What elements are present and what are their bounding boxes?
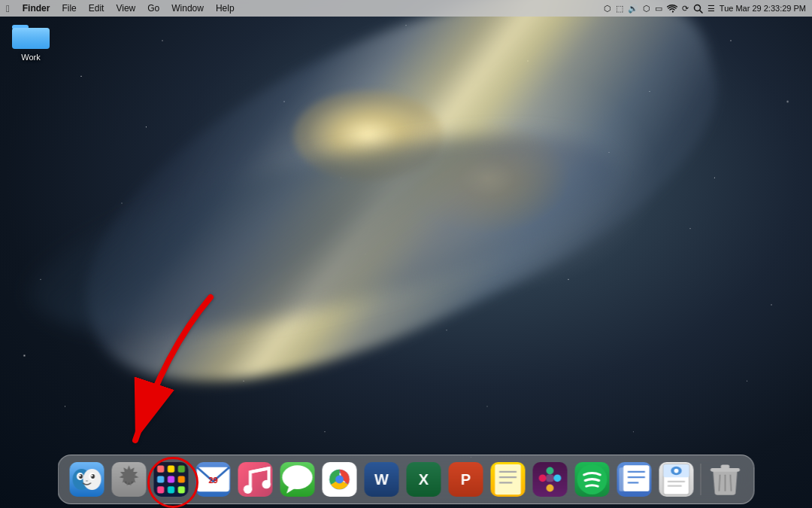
svg-point-28 [262,480,271,489]
dock-app-files[interactable] [615,460,654,499]
svg-point-33 [335,476,344,484]
sysprefs-icon [112,462,147,497]
word-icon: W [365,462,399,497]
powerpoint-letter: P [461,471,471,488]
dock-app-powerpoint[interactable]: P [447,460,486,499]
dock-app-launchpad[interactable] [152,460,191,499]
svg-point-29 [282,465,312,489]
spotlight-icon[interactable] [693,4,703,14]
svg-point-12 [91,474,95,479]
svg-rect-40 [547,467,554,475]
help-menu[interactable]: Help [211,2,240,14]
trash-icon [708,462,743,497]
view-menu[interactable]: View [111,2,141,14]
music-icon [238,462,273,497]
dock-app-slack[interactable] [531,460,570,499]
app-name-menu[interactable]: Finder [17,2,56,14]
dock-app-sysprefs[interactable] [110,460,149,499]
svg-rect-41 [547,485,554,492]
dock-app-notes[interactable] [489,460,528,499]
svg-rect-34 [495,464,521,494]
svg-rect-42 [547,474,554,482]
dock-app-chrome[interactable] [320,460,359,499]
timemachine-icon[interactable]: ⟳ [682,4,689,14]
dock-app-preview[interactable] [657,460,696,499]
svg-rect-39 [553,474,561,482]
notifications-icon[interactable]: ☰ [707,4,715,14]
dock-app-spotify[interactable] [573,460,612,499]
svg-text:29: 29 [208,476,217,485]
menubar:  Finder File Edit View Go Window Help ⬡… [0,0,812,17]
volume-icon[interactable]: 🔊 [628,4,638,14]
dock-divider [701,464,701,495]
window-menu[interactable]: Window [166,2,209,14]
edit-menu[interactable]: Edit [83,2,110,14]
clock-display: Tue Mar 29 2:33:29 PM [720,4,806,13]
messages-icon [280,462,315,497]
file-menu[interactable]: File [56,2,81,14]
svg-point-27 [244,485,253,494]
svg-rect-19 [157,476,164,482]
svg-point-13 [92,475,93,476]
svg-rect-38 [539,474,547,482]
dropbox-icon[interactable]: ⬡ [604,4,611,14]
apple-menu-icon[interactable]:  [6,3,10,14]
menubar-right: ⬡ ⬚ 🔊 ⬡ ▭ ⟳ ☰ Tue Mar 29 2:33:29 PM [604,4,806,14]
mail-icon: 29 [196,462,231,497]
svg-rect-16 [157,466,164,473]
notes-icon [491,462,526,497]
svg-rect-22 [157,486,164,493]
finder-icon [70,462,105,497]
dock-app-word[interactable]: W [362,460,401,499]
excel-letter: X [419,471,429,488]
word-letter: W [374,471,389,488]
launchpad-icon [154,462,189,497]
battery-icon[interactable]: ▭ [655,4,662,14]
desktop-folder-work[interactable]: Work [5,19,57,62]
svg-rect-56 [721,464,730,469]
preview-icon [659,462,694,497]
folder-icon [11,19,50,50]
svg-rect-17 [168,466,174,473]
svg-rect-20 [168,476,174,482]
svg-line-59 [730,475,731,491]
bluetooth-icon[interactable]: ⬡ [643,4,650,14]
screen-recording-icon[interactable]: ⬚ [616,4,623,14]
files-icon [617,462,652,497]
svg-line-1 [699,10,702,13]
dock-app-excel[interactable]: X [404,460,444,499]
go-menu[interactable]: Go [142,2,165,14]
svg-point-10 [80,475,81,476]
dock-app-finder[interactable] [68,460,107,499]
dock-app-music[interactable] [236,460,275,499]
powerpoint-icon: P [449,462,483,497]
wifi-icon[interactable] [667,4,677,13]
menubar-left:  Finder File Edit View Go Window Help [6,2,240,14]
chrome-icon [323,462,357,497]
slack-icon [533,462,568,497]
folder-label: Work [21,53,40,62]
excel-icon: X [407,462,441,497]
desktop:  Finder File Edit View Go Window Help ⬡… [0,0,812,508]
spotify-icon [575,462,610,497]
svg-rect-23 [168,486,174,493]
svg-rect-21 [178,476,185,482]
svg-point-9 [79,474,83,479]
dock-app-trash[interactable] [706,460,745,499]
svg-rect-18 [178,466,185,473]
svg-point-52 [674,469,679,473]
svg-rect-4 [12,28,50,49]
svg-point-14 [86,480,88,482]
dock-app-messages[interactable] [278,460,317,499]
svg-rect-24 [178,486,185,493]
svg-line-57 [719,475,720,491]
svg-rect-45 [623,465,650,491]
dock-app-mail[interactable]: 29 [194,460,233,499]
dock: 29 [58,455,755,504]
